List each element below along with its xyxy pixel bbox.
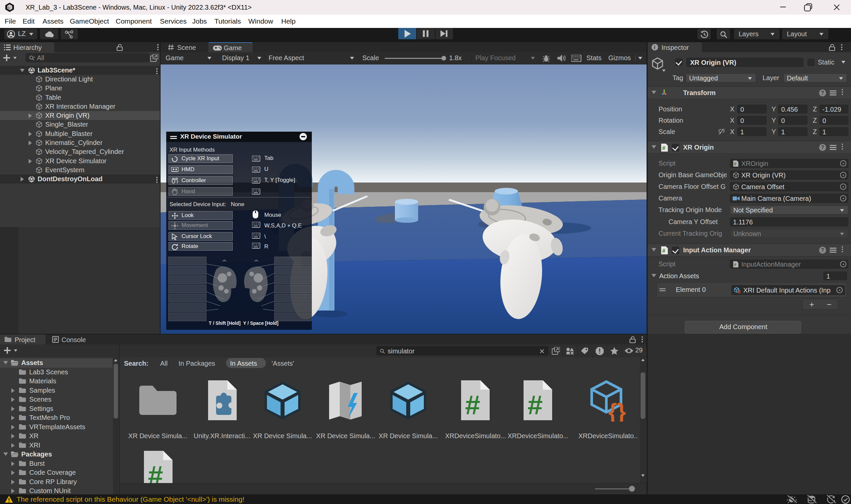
svg-text:{}: {}: [738, 290, 741, 293]
svg-text:#: #: [734, 161, 737, 166]
svg-text:#: #: [662, 145, 666, 151]
svg-text:#: #: [662, 248, 666, 254]
svg-text:#: #: [734, 262, 737, 267]
